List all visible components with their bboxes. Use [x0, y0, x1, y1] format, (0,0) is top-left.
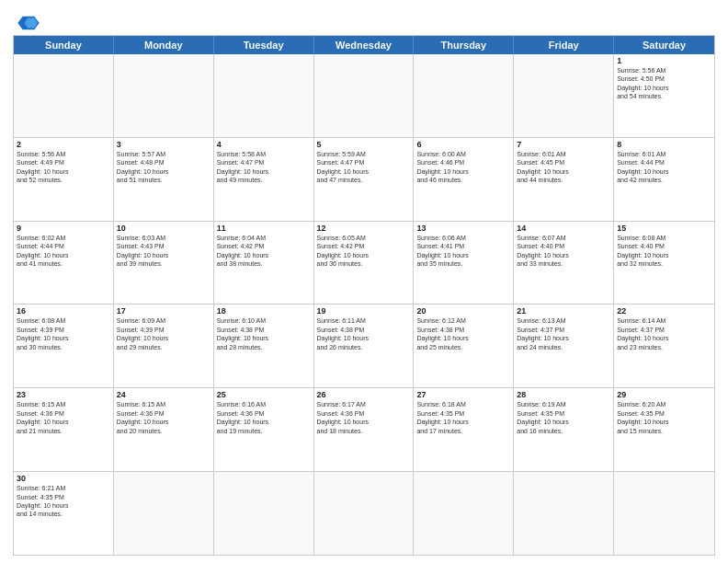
cal-cell: 22Sunrise: 6:14 AM Sunset: 4:37 PM Dayli… — [614, 304, 714, 387]
cal-cell — [414, 472, 514, 555]
cal-cell — [14, 54, 114, 137]
cell-info: Sunrise: 6:05 AM Sunset: 4:42 PM Dayligh… — [317, 234, 411, 269]
day-number: 15 — [617, 224, 711, 233]
header-day-friday: Friday — [514, 36, 614, 54]
cal-cell: 15Sunrise: 6:08 AM Sunset: 4:40 PM Dayli… — [614, 222, 714, 304]
cal-cell — [114, 54, 214, 137]
cal-cell: 14Sunrise: 6:07 AM Sunset: 4:40 PM Dayli… — [514, 222, 614, 304]
cell-info: Sunrise: 6:06 AM Sunset: 4:41 PM Dayligh… — [416, 234, 510, 269]
cell-info: Sunrise: 6:00 AM Sunset: 4:46 PM Dayligh… — [416, 150, 510, 185]
cell-info: Sunrise: 6:03 AM Sunset: 4:43 PM Dayligh… — [117, 234, 210, 269]
header-day-tuesday: Tuesday — [214, 36, 314, 54]
cell-info: Sunrise: 5:56 AM Sunset: 4:50 PM Dayligh… — [617, 66, 711, 101]
day-number: 17 — [117, 306, 210, 316]
calendar: SundayMondayTuesdayWednesdayThursdayFrid… — [13, 35, 715, 556]
day-number: 18 — [217, 306, 311, 316]
day-number: 24 — [117, 390, 210, 399]
cal-cell — [414, 54, 514, 137]
cal-cell: 11Sunrise: 6:04 AM Sunset: 4:42 PM Dayli… — [214, 222, 314, 304]
logo-blue-icon — [16, 15, 41, 31]
cal-cell: 9Sunrise: 6:02 AM Sunset: 4:44 PM Daylig… — [14, 222, 114, 304]
cal-cell — [314, 54, 415, 137]
cal-week-5: 23Sunrise: 6:15 AM Sunset: 4:36 PM Dayli… — [14, 387, 714, 471]
day-number: 29 — [617, 390, 711, 399]
cal-cell — [514, 54, 614, 137]
header-day-sunday: Sunday — [14, 36, 114, 54]
cell-info: Sunrise: 5:58 AM Sunset: 4:47 PM Dayligh… — [217, 150, 311, 185]
day-number: 27 — [416, 390, 510, 399]
cal-week-1: 1Sunrise: 5:56 AM Sunset: 4:50 PM Daylig… — [14, 54, 714, 137]
cell-info: Sunrise: 5:56 AM Sunset: 4:49 PM Dayligh… — [17, 150, 110, 185]
cal-cell: 4Sunrise: 5:58 AM Sunset: 4:47 PM Daylig… — [214, 138, 314, 221]
cell-info: Sunrise: 6:02 AM Sunset: 4:44 PM Dayligh… — [17, 234, 110, 269]
cell-info: Sunrise: 6:17 AM Sunset: 4:36 PM Dayligh… — [317, 400, 411, 435]
day-number: 5 — [317, 140, 411, 149]
cal-cell — [614, 472, 714, 555]
day-number: 23 — [17, 390, 110, 399]
cal-cell: 7Sunrise: 6:01 AM Sunset: 4:45 PM Daylig… — [514, 138, 614, 221]
cell-info: Sunrise: 6:08 AM Sunset: 4:40 PM Dayligh… — [617, 234, 711, 269]
cell-info: Sunrise: 6:13 AM Sunset: 4:37 PM Dayligh… — [517, 316, 610, 351]
calendar-header: SundayMondayTuesdayWednesdayThursdayFrid… — [14, 36, 714, 54]
cal-cell: 27Sunrise: 6:18 AM Sunset: 4:35 PM Dayli… — [414, 388, 514, 471]
cell-info: Sunrise: 5:57 AM Sunset: 4:48 PM Dayligh… — [117, 150, 210, 185]
cell-info: Sunrise: 6:12 AM Sunset: 4:38 PM Dayligh… — [416, 316, 510, 351]
cell-info: Sunrise: 6:15 AM Sunset: 4:36 PM Dayligh… — [117, 400, 210, 435]
cal-cell: 2Sunrise: 5:56 AM Sunset: 4:49 PM Daylig… — [14, 138, 114, 221]
cal-week-6: 30Sunrise: 6:21 AM Sunset: 4:35 PM Dayli… — [14, 471, 714, 555]
header-day-wednesday: Wednesday — [314, 36, 415, 54]
cal-cell: 30Sunrise: 6:21 AM Sunset: 4:35 PM Dayli… — [14, 472, 114, 555]
cell-info: Sunrise: 5:59 AM Sunset: 4:47 PM Dayligh… — [317, 150, 411, 185]
day-number: 19 — [317, 306, 411, 316]
cal-cell — [514, 472, 614, 555]
cal-week-3: 9Sunrise: 6:02 AM Sunset: 4:44 PM Daylig… — [14, 221, 714, 304]
cal-cell: 1Sunrise: 5:56 AM Sunset: 4:50 PM Daylig… — [614, 54, 714, 137]
calendar-body: 1Sunrise: 5:56 AM Sunset: 4:50 PM Daylig… — [14, 54, 714, 555]
cell-info: Sunrise: 6:09 AM Sunset: 4:39 PM Dayligh… — [117, 316, 210, 351]
day-number: 13 — [416, 224, 510, 233]
day-number: 26 — [317, 390, 411, 399]
cell-info: Sunrise: 6:20 AM Sunset: 4:35 PM Dayligh… — [617, 400, 711, 435]
cal-cell: 6Sunrise: 6:00 AM Sunset: 4:46 PM Daylig… — [414, 138, 514, 221]
day-number: 2 — [17, 140, 110, 149]
cell-info: Sunrise: 6:01 AM Sunset: 4:45 PM Dayligh… — [517, 150, 610, 185]
day-number: 11 — [217, 224, 311, 233]
cal-cell: 8Sunrise: 6:01 AM Sunset: 4:44 PM Daylig… — [614, 138, 714, 221]
cal-cell — [314, 472, 415, 555]
cal-cell: 16Sunrise: 6:08 AM Sunset: 4:39 PM Dayli… — [14, 304, 114, 387]
day-number: 21 — [517, 306, 610, 316]
day-number: 20 — [416, 306, 510, 316]
cell-info: Sunrise: 6:19 AM Sunset: 4:35 PM Dayligh… — [517, 400, 610, 435]
cal-cell — [114, 472, 214, 555]
cell-info: Sunrise: 6:07 AM Sunset: 4:40 PM Dayligh… — [517, 234, 610, 269]
cell-info: Sunrise: 6:10 AM Sunset: 4:38 PM Dayligh… — [217, 316, 311, 351]
cal-cell: 5Sunrise: 5:59 AM Sunset: 4:47 PM Daylig… — [314, 138, 415, 221]
cal-cell — [214, 54, 314, 137]
logo — [13, 9, 41, 29]
cal-cell: 3Sunrise: 5:57 AM Sunset: 4:48 PM Daylig… — [114, 138, 214, 221]
day-number: 16 — [17, 306, 110, 316]
cell-info: Sunrise: 6:04 AM Sunset: 4:42 PM Dayligh… — [217, 234, 311, 269]
cell-info: Sunrise: 6:15 AM Sunset: 4:36 PM Dayligh… — [17, 400, 110, 435]
day-number: 8 — [617, 140, 711, 149]
cal-cell: 20Sunrise: 6:12 AM Sunset: 4:38 PM Dayli… — [414, 304, 514, 387]
cell-info: Sunrise: 6:01 AM Sunset: 4:44 PM Dayligh… — [617, 150, 711, 185]
cal-cell: 26Sunrise: 6:17 AM Sunset: 4:36 PM Dayli… — [314, 388, 415, 471]
day-number: 7 — [517, 140, 610, 149]
header-day-monday: Monday — [114, 36, 214, 54]
cal-cell: 13Sunrise: 6:06 AM Sunset: 4:41 PM Dayli… — [414, 222, 514, 304]
cell-info: Sunrise: 6:14 AM Sunset: 4:37 PM Dayligh… — [617, 316, 711, 351]
page: SundayMondayTuesdayWednesdayThursdayFrid… — [0, 0, 728, 563]
day-number: 28 — [517, 390, 610, 399]
cell-info: Sunrise: 6:08 AM Sunset: 4:39 PM Dayligh… — [17, 316, 110, 351]
cal-cell: 29Sunrise: 6:20 AM Sunset: 4:35 PM Dayli… — [614, 388, 714, 471]
cell-info: Sunrise: 6:16 AM Sunset: 4:36 PM Dayligh… — [217, 400, 311, 435]
cell-info: Sunrise: 6:18 AM Sunset: 4:35 PM Dayligh… — [416, 400, 510, 435]
cal-cell: 12Sunrise: 6:05 AM Sunset: 4:42 PM Dayli… — [314, 222, 415, 304]
cell-info: Sunrise: 6:11 AM Sunset: 4:38 PM Dayligh… — [317, 316, 411, 351]
cal-cell: 18Sunrise: 6:10 AM Sunset: 4:38 PM Dayli… — [214, 304, 314, 387]
cal-cell — [214, 472, 314, 555]
day-number: 22 — [617, 306, 711, 316]
header-day-thursday: Thursday — [414, 36, 514, 54]
cal-cell: 17Sunrise: 6:09 AM Sunset: 4:39 PM Dayli… — [114, 304, 214, 387]
